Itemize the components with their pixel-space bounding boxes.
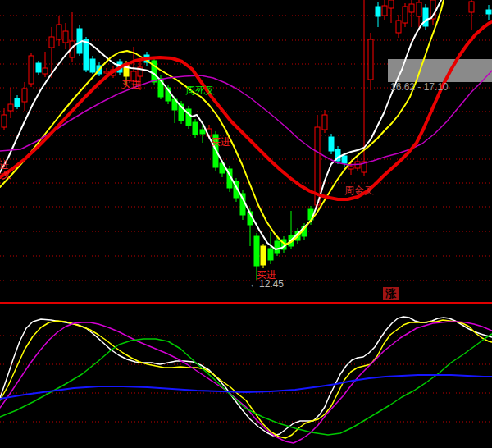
candle-body xyxy=(322,115,327,130)
signal-label-buy-1: 买进 xyxy=(121,80,141,89)
candle-body xyxy=(348,167,353,169)
low-price-callout: ←12.45 xyxy=(249,279,284,289)
candle-body xyxy=(486,10,491,14)
candle-body xyxy=(254,236,259,266)
candle-body xyxy=(403,7,408,23)
candle-body xyxy=(36,63,41,72)
osc-white-line xyxy=(0,317,492,436)
candle-body xyxy=(409,4,414,12)
candle-body xyxy=(22,89,27,102)
stock-chart-window: 买进 金叉 买进 周死叉 买进 买进 ←12.45 周金叉 16.62 - 17… xyxy=(0,0,492,448)
candle-body xyxy=(268,249,273,260)
candle-body xyxy=(90,59,95,72)
candle-body xyxy=(342,156,347,163)
candle-body xyxy=(423,8,428,26)
candle-body xyxy=(2,115,7,127)
candle-body xyxy=(43,68,48,74)
candle-body xyxy=(368,39,373,80)
candle-body xyxy=(15,98,20,107)
candle-body xyxy=(389,0,394,8)
candle-body xyxy=(63,31,68,43)
osc-magenta-line xyxy=(0,322,492,443)
signal-label-buy-2: 买进 xyxy=(211,137,230,147)
candle-body xyxy=(200,130,205,134)
candle-body xyxy=(469,2,474,12)
candle-body xyxy=(329,137,334,151)
candle-body xyxy=(275,241,280,253)
candle-body xyxy=(376,7,380,16)
candle-body xyxy=(193,122,198,135)
candle-body xyxy=(382,6,387,16)
candle-body xyxy=(57,25,61,39)
candle-body xyxy=(29,56,34,84)
signal-label-weekly-death-cross: 周死叉 xyxy=(185,85,215,95)
candle-body xyxy=(396,21,401,33)
osc-green-line xyxy=(0,334,492,435)
candle-body xyxy=(417,2,421,16)
rise-badge: 涨 xyxy=(383,287,399,300)
candle-body xyxy=(8,104,13,111)
candle-body xyxy=(49,37,54,48)
candle-body xyxy=(261,246,266,265)
candle-body xyxy=(84,39,89,70)
signal-label-left-golden-cross: 金叉 xyxy=(0,170,11,180)
price-range-label: 16.62 - 17.10 xyxy=(390,82,449,92)
candle-body xyxy=(104,71,109,73)
chart-canvas[interactable] xyxy=(0,0,492,448)
signal-label-weekly-golden-cross: 周金叉 xyxy=(344,185,374,195)
